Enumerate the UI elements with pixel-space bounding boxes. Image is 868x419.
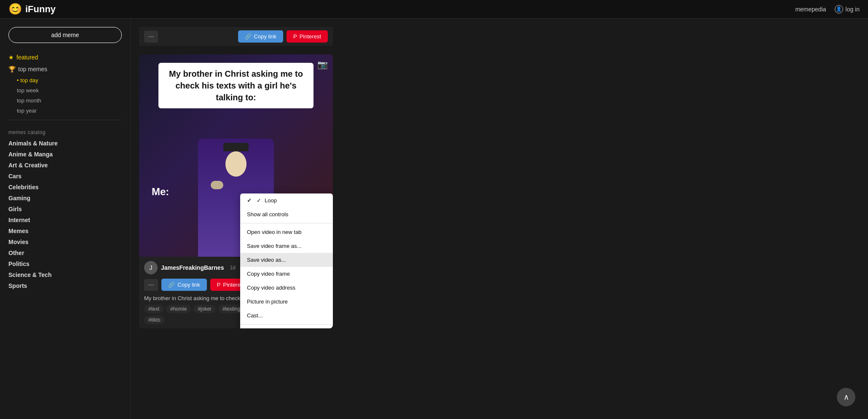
tag-homie[interactable]: #homie: [166, 305, 191, 313]
catalog-item-animals[interactable]: Animals & Nature: [4, 138, 126, 149]
scroll-top-button[interactable]: ∧: [837, 388, 855, 406]
star-icon: ★: [8, 54, 14, 61]
catalog-item-internet[interactable]: Internet: [4, 215, 126, 226]
show-controls-label: Show all controls: [247, 211, 288, 218]
catalog-list: Animals & Nature Anime & Manga Art & Cre…: [0, 138, 130, 291]
check-icon: ✓: [257, 197, 261, 204]
dot-icon: •: [17, 77, 19, 83]
login-label: log in: [846, 6, 860, 13]
time-ago: 1d: [230, 265, 235, 271]
sidebar-item-top-week[interactable]: top week: [13, 85, 130, 95]
avatar[interactable]: J: [144, 261, 158, 274]
trophy-icon: 🏆: [8, 66, 16, 73]
top-day-label: top day: [20, 77, 38, 83]
catalog-item-sports[interactable]: Sports: [4, 280, 126, 291]
pinterest-button[interactable]: P Pinterest: [287, 30, 328, 43]
logo[interactable]: 😊 iFunny: [8, 3, 56, 16]
context-menu-item-copy-frame[interactable]: Copy video frame: [240, 267, 333, 281]
context-menu-item-save-frame[interactable]: Save video frame as...: [240, 239, 333, 253]
dots-menu-button[interactable]: ···: [144, 31, 158, 43]
context-menu-divider-2: [240, 324, 333, 325]
context-menu-item-loop[interactable]: ✓ Loop: [240, 193, 333, 207]
tag-tikto[interactable]: #tikto: [144, 316, 165, 324]
meme-action-bar-top: ··· 🔗 Copy link P Pinterest: [139, 27, 333, 46]
header-right: memepedia 👤 log in: [795, 5, 860, 13]
sidebar-item-top-memes[interactable]: 🏆 top memes: [4, 63, 126, 75]
catalog-item-anime[interactable]: Anime & Manga: [4, 149, 126, 160]
copy-link-label: Copy link: [254, 33, 276, 40]
meme-text-bubble: My brother in Christ asking me to check …: [158, 63, 313, 108]
top-week-label: top week: [17, 87, 39, 94]
catalog-item-gaming[interactable]: Gaming: [4, 193, 126, 204]
copy-frame-label: Copy video frame: [247, 271, 290, 277]
copy-address-label: Copy video address: [247, 285, 295, 291]
loop-label: Loop: [265, 197, 277, 204]
camera-icon: 📷: [317, 59, 328, 70]
tag-joker[interactable]: #joker: [193, 305, 216, 313]
sidebar-sub-nav: • top day top week top month top year: [0, 75, 130, 115]
feed: ··· 🔗 Copy link P Pinterest: [139, 27, 333, 411]
memepedia-link[interactable]: memepedia: [795, 6, 826, 13]
meme-card-top-partial: ··· 🔗 Copy link P Pinterest: [139, 27, 333, 46]
header: 😊 iFunny memepedia 👤 log in: [0, 0, 868, 19]
context-menu-item-pip[interactable]: Picture in picture: [240, 295, 333, 309]
pinterest-icon: P: [293, 33, 297, 40]
logo-text: iFunny: [25, 4, 56, 15]
me-label: Me:: [152, 186, 169, 198]
catalog-item-memes[interactable]: Memes: [4, 226, 126, 236]
featured-label: featured: [16, 54, 38, 61]
catalog-item-art[interactable]: Art & Creative: [4, 160, 126, 171]
user-icon: 👤: [835, 5, 843, 13]
add-meme-button[interactable]: add meme: [8, 27, 122, 43]
copy-link-button[interactable]: 🔗 Copy link: [238, 30, 283, 43]
context-menu-item-copy-address[interactable]: Copy video address: [240, 281, 333, 295]
tag-text[interactable]: #text: [144, 305, 163, 313]
copy-link-label-2: Copy link: [177, 282, 200, 288]
share-buttons: 🔗 Copy link P Pinterest: [238, 30, 328, 43]
sidebar-nav: ★ featured 🏆 top memes: [0, 51, 130, 75]
right-space: [333, 27, 860, 411]
context-menu-item-open-tab[interactable]: Open video in new tab: [240, 225, 333, 239]
username[interactable]: JamesFreakingBarnes: [161, 264, 224, 271]
sidebar-item-top-year[interactable]: top year: [13, 105, 130, 115]
chevron-up-icon: ∧: [844, 392, 849, 402]
save-video-label: Save video as...: [247, 257, 286, 263]
link-icon-2: 🔗: [168, 282, 175, 288]
meme-dots-button[interactable]: ···: [144, 279, 158, 291]
link-icon: 🔗: [245, 33, 252, 40]
context-menu-item-save-video[interactable]: Save video as...: [240, 253, 333, 267]
save-frame-label: Save video frame as...: [247, 243, 301, 249]
context-menu: ✓ Loop Show all controls Open video in n…: [240, 193, 333, 328]
context-menu-item-cast[interactable]: Cast...: [240, 309, 333, 322]
sidebar-item-top-day[interactable]: • top day: [13, 75, 130, 85]
context-menu-divider-1: [240, 223, 333, 223]
sidebar: add meme ★ featured 🏆 top memes • top da…: [0, 19, 131, 419]
catalog-item-movies[interactable]: Movies: [4, 236, 126, 247]
meme-user-left: J JamesFreakingBarnes 1d: [144, 261, 236, 274]
meme-copy-link-button[interactable]: 🔗 Copy link: [161, 279, 206, 291]
catalog-item-celebrities[interactable]: Celebrities: [4, 182, 126, 193]
catalog-item-other[interactable]: Other: [4, 247, 126, 258]
catalog-item-science[interactable]: Science & Tech: [4, 269, 126, 280]
top-year-label: top year: [17, 107, 37, 114]
open-tab-label: Open video in new tab: [247, 229, 301, 235]
context-menu-item-inspect[interactable]: Inspect: [240, 326, 333, 328]
catalog-item-girls[interactable]: Girls: [4, 204, 126, 215]
catalog-heading: memes catalog: [0, 124, 130, 138]
login-button[interactable]: 👤 log in: [835, 5, 860, 13]
pip-label: Picture in picture: [247, 298, 288, 305]
top-month-label: top month: [17, 97, 41, 104]
catalog-item-politics[interactable]: Politics: [4, 258, 126, 269]
logo-emoji: 😊: [8, 3, 22, 16]
layout: add meme ★ featured 🏆 top memes • top da…: [0, 19, 868, 419]
cast-label: Cast...: [247, 312, 263, 319]
main-content: ··· 🔗 Copy link P Pinterest: [131, 19, 868, 419]
top-memes-label: top memes: [18, 66, 47, 73]
pinterest-icon-2: P: [217, 282, 221, 288]
meme-card-main: My brother in Christ asking me to check …: [139, 54, 333, 328]
context-menu-item-show-controls[interactable]: Show all controls: [240, 207, 333, 221]
sidebar-item-top-month[interactable]: top month: [13, 95, 130, 105]
pinterest-label: Pinterest: [300, 33, 321, 40]
catalog-item-cars[interactable]: Cars: [4, 171, 126, 182]
sidebar-item-featured[interactable]: ★ featured: [4, 51, 126, 63]
